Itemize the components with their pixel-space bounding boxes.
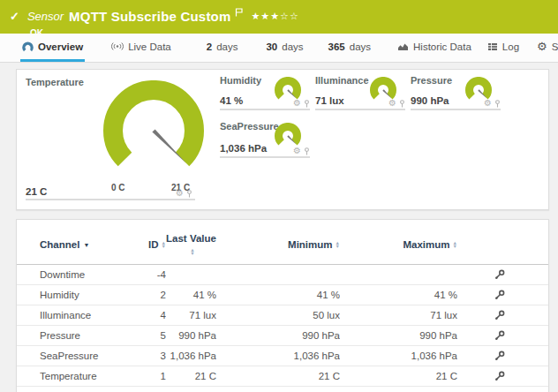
tab-historic-data[interactable]: Historic Data: [396, 34, 473, 62]
tab-overview-label: Overview: [38, 41, 83, 52]
channel-maximum: 71 lux: [340, 310, 457, 320]
column-header-last-value-label: Last Value: [166, 233, 216, 244]
gauge-settings-gear-icon[interactable]: ⚙: [293, 99, 301, 108]
channel-id: 2: [141, 290, 166, 300]
channel-minimum: 990 hPa: [216, 330, 340, 341]
sort-caret-down-icon: ▼: [83, 242, 89, 248]
channel-name: Temperature: [40, 371, 141, 381]
priority-flag-icon[interactable]: [235, 4, 243, 20]
channel-settings-wrench-icon[interactable]: [494, 290, 505, 300]
column-header-id[interactable]: ID ▲▼: [141, 239, 166, 250]
gauge-pin-icon[interactable]: [304, 147, 310, 155]
tab-log[interactable]: Log: [486, 34, 521, 62]
historic-chart-icon: [397, 41, 409, 51]
pressure-gauge-value: 990 hPa: [411, 95, 449, 106]
column-header-last-value[interactable]: Last Value▲▼: [166, 232, 216, 258]
gauge-scale-min: 0 C: [111, 183, 125, 192]
channel-settings-wrench-icon[interactable]: [494, 330, 505, 341]
column-header-maximum-label: Maximum: [403, 239, 450, 250]
tab-30-days-label: days: [282, 41, 303, 52]
channel-last-value: 41 %: [166, 290, 216, 300]
gauge-settings-gear-icon[interactable]: ⚙: [388, 99, 396, 108]
channel-id: -4: [141, 269, 166, 280]
channel-maximum: 990 hPa: [340, 330, 457, 341]
seapressure-gauge-value: 1,036 hPa: [220, 143, 267, 154]
gauge-settings-gear-icon[interactable]: ⚙: [293, 147, 301, 155]
channel-settings-wrench-icon[interactable]: [494, 310, 505, 320]
table-row-downtime: Downtime -4: [17, 265, 548, 285]
channel-settings-wrench-icon[interactable]: [494, 351, 505, 361]
tab-2-days[interactable]: 2 days: [205, 34, 240, 62]
tab-historic-data-label: Historic Data: [413, 41, 471, 52]
channel-name: Pressure: [40, 330, 141, 341]
gauge-pin-icon[interactable]: [494, 100, 501, 108]
channel-name: SeaPressure: [40, 351, 141, 361]
illuminance-gauge-block: Illuminance 71 lux ⚙: [315, 75, 405, 110]
gauges-overview-panel: Temperature 0 C 21 C 21 C ⚙ Humidity 41 …: [16, 69, 549, 210]
sensor-type-label: Sensor: [27, 10, 64, 23]
tab-2-days-label: days: [216, 41, 238, 52]
column-header-minimum[interactable]: Minimum ▲▼: [216, 239, 340, 250]
channel-minimum: 1,036 hPa: [216, 351, 340, 361]
channel-table-header: Channel ▼ ID ▲▼ Last Value▲▼ Minimum ▲▼ …: [17, 220, 548, 265]
channel-last-value: 990 hPa: [166, 330, 216, 341]
humidity-gauge-block: Humidity 41 % ⚙: [220, 75, 310, 110]
stars-filled[interactable]: ★★★: [252, 11, 281, 21]
tab-settings[interactable]: ⚙ Settings: [535, 34, 558, 62]
channel-minimum: 21 C: [216, 371, 340, 381]
channel-maximum: 41 %: [340, 290, 457, 300]
column-header-id-label: ID: [148, 239, 159, 250]
channel-id: 4: [141, 310, 166, 320]
seapressure-gauge-title: SeaPressure: [220, 121, 279, 132]
column-header-channel-label: Channel: [40, 239, 79, 250]
tab-30-days-number: 30: [266, 41, 277, 52]
channel-last-value: 71 lux: [166, 310, 216, 320]
gauge-pin-icon[interactable]: [186, 190, 192, 198]
log-table-icon: [487, 42, 498, 51]
channel-settings-wrench-icon[interactable]: [494, 269, 505, 280]
gauge-settings-gear-icon[interactable]: ⚙: [484, 99, 492, 108]
humidity-gauge-value: 41 %: [220, 95, 243, 106]
priority-stars[interactable]: ★★★☆☆: [252, 11, 299, 22]
gauge-settings-gear-icon[interactable]: ⚙: [176, 189, 184, 198]
tab-365-days-number: 365: [328, 41, 345, 52]
stars-empty[interactable]: ☆☆: [280, 11, 299, 21]
tab-2-days-number: 2: [207, 41, 212, 52]
temperature-gauge-title: Temperature: [26, 77, 84, 87]
tab-365-days[interactable]: 365 days: [327, 34, 373, 62]
channel-id: 1: [141, 371, 166, 381]
seapressure-gauge-block: SeaPressure 1,036 hPa ⚙: [220, 121, 310, 158]
gauge-pin-icon[interactable]: [399, 100, 405, 108]
overview-gauge-icon: [22, 41, 34, 52]
column-header-maximum[interactable]: Maximum ▲▼: [340, 239, 457, 250]
illuminance-gauge-value: 71 lux: [315, 95, 344, 106]
tab-bar: Overview Live Data 2 days 30 days 365 da…: [0, 34, 558, 63]
column-header-channel[interactable]: Channel ▼: [40, 239, 141, 250]
table-row-pressure: Pressure 5 990 hPa 990 hPa 990 hPa: [17, 326, 548, 346]
tab-log-label: Log: [502, 41, 519, 52]
temperature-gauge-value: 21 C: [26, 186, 47, 197]
channel-id: 5: [141, 330, 166, 341]
pressure-gauge-title: Pressure: [411, 75, 452, 86]
gauge-pin-icon[interactable]: [304, 100, 310, 108]
pressure-gauge-block: Pressure 990 hPa ⚙: [411, 75, 501, 110]
tab-30-days[interactable]: 30 days: [264, 34, 305, 62]
channel-minimum: 50 lux: [216, 310, 340, 320]
humidity-gauge-title: Humidity: [220, 75, 261, 86]
table-row-temperature: Temperature 1 21 C 21 C 21 C: [17, 366, 548, 387]
sensor-title: MQTT Subscribe Custom: [69, 9, 230, 24]
table-row-humidity: Humidity 2 41 % 41 % 41 %: [17, 285, 548, 305]
channel-table-panel: Channel ▼ ID ▲▼ Last Value▲▼ Minimum ▲▼ …: [16, 219, 549, 392]
tab-overview[interactable]: Overview: [20, 34, 85, 62]
column-header-minimum-label: Minimum: [288, 239, 332, 250]
channel-last-value: 1,036 hPa: [166, 351, 216, 361]
channel-settings-wrench-icon[interactable]: [494, 371, 505, 381]
tab-settings-label: Settings: [552, 41, 558, 52]
channel-name: Illuminance: [40, 310, 141, 320]
sensor-status-header: ✓ Sensor MQTT Subscribe Custom ★★★☆☆ OK: [0, 0, 558, 34]
table-row-seapressure: SeaPressure 3 1,036 hPa 1,036 hPa 1,036 …: [17, 346, 548, 366]
tab-live-data[interactable]: Live Data: [109, 34, 173, 62]
tab-live-data-label: Live Data: [128, 41, 171, 52]
settings-gear-icon: ⚙: [537, 41, 547, 52]
illuminance-gauge-title: Illuminance: [315, 75, 369, 86]
